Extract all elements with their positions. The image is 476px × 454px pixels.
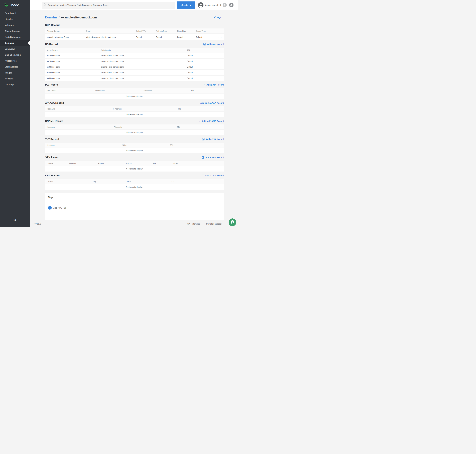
ns-record-table: Name ServerSubdomainTTLns1.linode.comexa… [45, 48, 224, 81]
cname-record-section: CNAME Record + Add a CNAME Record Hostna… [45, 119, 224, 135]
section-title: NS Record [45, 43, 58, 46]
table-header-row: HostnameIP AddressTTL [45, 106, 224, 111]
plus-icon: + [197, 102, 199, 104]
column-header: Default TTL [134, 30, 155, 32]
add-cname-record-button[interactable]: + Add a CNAME Record [199, 120, 224, 122]
sidebar-item-account[interactable]: Account [0, 76, 30, 82]
section-title: TXT Record [45, 138, 59, 141]
tags-card: Tags + Add New Tag [45, 193, 224, 220]
table-header-row: HostnameValueTTL [45, 143, 224, 148]
table-cell: Default [155, 36, 176, 38]
sidebar-item-label: Longview [5, 48, 15, 50]
add-record-label: Add a NS Record [207, 43, 224, 45]
section-title: CNAME Record [45, 120, 63, 123]
sidebar: linode Dashboard Linodes Volumes Object … [0, 0, 30, 227]
cname-record-table: HostnameAliases toTTLNo items to display… [45, 124, 224, 135]
user-avatar[interactable] [198, 2, 203, 8]
sidebar-item-one-click-apps[interactable]: One-Click Apps [0, 52, 30, 58]
add-record-label: Add a MX Record [207, 84, 224, 86]
sidebar-item-kubernetes[interactable]: Kubernetes [0, 58, 30, 64]
sidebar-item-nodebalancers[interactable]: NodeBalancers [0, 34, 30, 40]
table-cell: ns4.linode.com [45, 71, 100, 74]
table-cell: Default [176, 36, 194, 38]
linode-logo[interactable]: linode [0, 0, 30, 10]
sidebar-item-object-storage[interactable]: Object Storage [0, 28, 30, 34]
plus-icon: + [199, 120, 201, 122]
add-txt-record-button[interactable]: + Add a TXT Record [202, 138, 224, 140]
column-header: Aliases to [112, 126, 175, 128]
api-reference-link[interactable]: API Reference [187, 223, 200, 225]
table-cell: Default [186, 54, 224, 57]
breadcrumb: Domains / example-site-demo-2.com Tags [45, 14, 224, 21]
caa-record-table: NameTagValueTTLNo items to display. [45, 179, 224, 190]
row-actions-ellipsis-icon[interactable]: ••• [219, 36, 224, 38]
breadcrumb-domains-link[interactable]: Domains [45, 16, 57, 19]
add-a-aaaa-record-button[interactable]: + Add an A/AAAA Record [197, 102, 224, 104]
notifications-bell-icon[interactable] [229, 3, 233, 7]
column-header: Subdomain [100, 49, 186, 51]
srv-record-section: SRV Record + Add a SRV Record NameDomain… [45, 156, 224, 172]
txt-record-section: TXT Record + Add a TXT Record HostnameVa… [45, 137, 224, 153]
plus-icon: + [203, 43, 206, 45]
section-title: SOA Record [45, 24, 60, 27]
sidebar-item-longview[interactable]: Longview [0, 46, 30, 52]
table-row: ns5.linode.comexample-site-demo-2.comDef… [45, 76, 224, 81]
tags-card-title: Tags [48, 196, 221, 199]
sidebar-item-volumes[interactable]: Volumes [0, 22, 30, 28]
sidebar-item-label: Kubernetes [5, 60, 17, 62]
table-header-row: Name ServerSubdomainTTL [45, 48, 224, 53]
column-header: Domain [68, 162, 97, 164]
add-record-label: Add a TXT Record [206, 138, 224, 140]
empty-table-message: No items to display. [45, 112, 224, 117]
create-button-label: Create [181, 4, 188, 6]
mx-record-section: MX Record + Add a MX Record Mail ServerP… [45, 83, 224, 99]
add-ns-record-button[interactable]: + Add a NS Record [203, 43, 224, 45]
empty-table-message: No items to display. [45, 148, 224, 153]
pencil-icon [214, 16, 216, 19]
empty-table-message: No items to display. [45, 130, 224, 135]
section-title: CAA Record [45, 174, 60, 177]
chevron-down-icon [190, 4, 191, 6]
table-cell: example-site-demo-2.com [45, 36, 84, 38]
table-cell: ns5.linode.com [45, 77, 100, 79]
column-header: Value [125, 180, 170, 182]
main-content: Domains / example-site-demo-2.com Tags S… [30, 10, 238, 227]
provide-feedback-link[interactable]: Provide Feedback [206, 223, 222, 225]
section-title: A/AAAA Record [45, 101, 64, 104]
sidebar-item-images[interactable]: Images [0, 70, 30, 76]
search-input[interactable] [48, 4, 173, 6]
sidebar-item-label: Domains [5, 42, 14, 44]
empty-table-message: No items to display. [45, 184, 224, 190]
plus-icon: + [202, 174, 204, 177]
sidebar-item-linodes[interactable]: Linodes [0, 16, 30, 22]
sidebar-item-stackscripts[interactable]: StackScripts [0, 64, 30, 70]
create-button[interactable]: Create [177, 1, 195, 8]
column-header: Mail Server [45, 90, 94, 92]
column-header: Expire Time [194, 30, 217, 32]
add-caa-record-button[interactable]: + Add a CAA Record [202, 174, 224, 177]
add-record-label: Add a CAA Record [205, 174, 224, 177]
sidebar-item-label: Dashboard [5, 12, 16, 14]
help-button[interactable]: ? [229, 219, 236, 226]
hamburger-menu-icon[interactable] [35, 3, 38, 7]
notification-count-badge[interactable]: 0 [223, 3, 227, 7]
sidebar-item-get-help[interactable]: Get Help [0, 82, 30, 88]
sidebar-item-dashboard[interactable]: Dashboard [0, 10, 30, 16]
linode-wordmark: linode [10, 3, 19, 7]
settings-gear-icon[interactable]: ⚙ [0, 218, 30, 222]
page-title: example-site-demo-2.com [61, 16, 97, 19]
column-header: Port [151, 162, 171, 164]
add-srv-record-button[interactable]: + Add a SRV Record [202, 156, 224, 159]
column-header: TTL [169, 144, 224, 146]
section-title: MX Record [45, 83, 58, 86]
username-label[interactable]: linode_demo215 [205, 4, 221, 6]
sidebar-item-label: Object Storage [5, 30, 20, 32]
add-new-tag-button[interactable]: + Add New Tag [48, 206, 221, 210]
table-cell: Default [134, 36, 155, 38]
edit-tags-button[interactable]: Tags [211, 15, 224, 20]
sidebar-item-domains[interactable]: Domains [0, 40, 30, 46]
section-title: SRV Record [45, 156, 59, 159]
column-header: Name Server [45, 49, 100, 51]
edit-tags-button-label: Tags [217, 16, 222, 19]
add-mx-record-button[interactable]: + Add a MX Record [203, 84, 224, 86]
